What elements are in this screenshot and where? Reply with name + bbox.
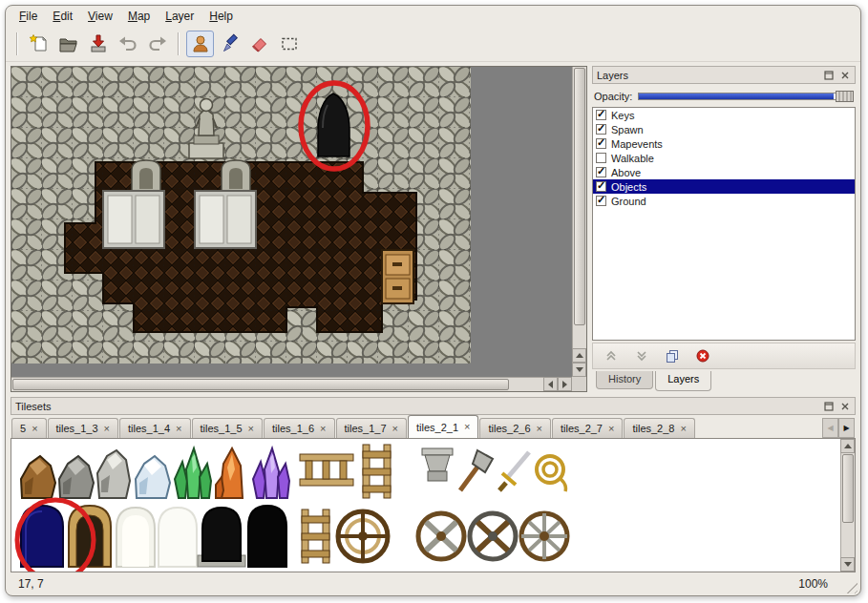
tileset-tab[interactable]: 5× [11,418,47,438]
menu-edit[interactable]: Edit [45,8,80,25]
tile-track-vertical[interactable] [363,445,391,498]
tab-close-icon[interactable]: × [537,424,542,434]
tab-history[interactable]: History [596,371,653,389]
redo-button[interactable] [143,31,171,57]
tileset-tab[interactable]: tiles_2_6× [479,418,550,438]
layer-row-keys[interactable]: Keys [593,108,855,122]
tile-rock-silver[interactable] [97,450,130,498]
tile-wheel-cross-3[interactable] [521,513,567,559]
scroll-thumb[interactable] [12,379,509,390]
tileset-tab[interactable]: tiles_1_4× [119,418,190,438]
tab-close-icon[interactable]: × [392,424,398,434]
close-panel-icon[interactable] [838,69,851,81]
save-map-button[interactable] [84,31,112,57]
resize-grip[interactable] [844,580,857,593]
layer-row-above[interactable]: Above [593,165,855,179]
tab-close-icon[interactable]: × [464,422,470,432]
map-vertical-scrollbar[interactable] [572,67,586,377]
tile-shovel[interactable] [460,450,493,490]
layer-row-walkable[interactable]: Walkable [593,151,855,165]
tile-column-capital[interactable] [422,448,453,481]
float-panel-icon[interactable] [822,400,835,412]
layer-checkbox[interactable] [596,153,606,163]
tileset-vertical-scrollbar[interactable] [840,439,855,572]
layer-checkbox[interactable] [596,196,606,206]
tab-close-icon[interactable]: × [104,424,110,434]
tab-close-icon[interactable]: × [320,424,326,434]
open-map-button[interactable] [54,31,82,57]
tile-wheel-cross-2[interactable] [470,513,516,559]
layer-checkbox[interactable] [596,110,606,120]
tabs-scroll-right-button[interactable]: ▶ [838,418,855,438]
layer-checkbox[interactable] [596,181,606,192]
menu-help[interactable]: Help [201,8,241,25]
scroll-up-button[interactable] [840,439,855,453]
map-canvas[interactable] [11,67,471,364]
menu-view[interactable]: View [80,8,120,25]
delete-layer-button[interactable] [692,347,713,365]
tab-close-icon[interactable]: × [32,424,37,434]
brush-tool-button[interactable] [216,31,243,57]
opacity-slider[interactable] [638,90,854,102]
lower-layer-button[interactable] [631,347,652,365]
tile-crystal-purple[interactable] [253,448,289,498]
tab-close-icon[interactable]: × [176,424,181,434]
tab-layers[interactable]: Layers [655,371,711,391]
layer-checkbox[interactable] [596,138,606,149]
tile-rock-brown[interactable] [21,456,55,498]
tile-door-black[interactable] [248,506,286,567]
tile-rock-gray[interactable] [59,456,94,498]
layer-row-objects[interactable]: Objects [593,179,855,194]
tileset-tab[interactable]: tiles_1_3× [48,418,118,438]
scroll-up-button[interactable] [572,348,586,363]
tile-rock-ice[interactable] [136,456,170,498]
tileset-canvas[interactable] [13,441,846,572]
new-map-button[interactable] [25,31,53,57]
tile-wheel-spoked[interactable] [338,511,388,561]
menu-layer[interactable]: Layer [158,8,201,25]
tile-door-white[interactable] [159,508,197,567]
tile-rope-coil[interactable] [537,456,565,491]
tile-door-pale[interactable] [116,508,155,567]
menu-map[interactable]: Map [120,8,158,25]
object-stamp-tool-button[interactable] [186,31,214,57]
select-tool-button[interactable] [275,31,303,57]
layer-row-mapevents[interactable]: Mapevents [593,136,855,151]
tabs-scroll-left-button[interactable]: ◀ [822,418,838,438]
slider-handle[interactable] [836,91,854,102]
tile-door-black-base[interactable] [198,508,245,567]
eraser-tool-button[interactable] [245,31,273,57]
tile-crystal-orange[interactable] [216,448,243,498]
scroll-down-button[interactable] [840,557,855,572]
tile-wheel-cross-1[interactable] [418,513,464,559]
raise-layer-button[interactable] [601,347,622,365]
layer-checkbox[interactable] [596,167,606,177]
scroll-thumb[interactable] [842,454,854,523]
tile-track-horizontal[interactable] [300,454,353,486]
tileset-tab-active[interactable]: tiles_2_1× [408,415,478,438]
scroll-right-button[interactable] [558,377,572,391]
tile-sword[interactable] [499,452,529,490]
scroll-left-button[interactable] [543,377,558,391]
tileset-tab[interactable]: tiles_1_6× [264,418,334,438]
float-panel-icon[interactable] [822,69,835,81]
menu-file[interactable]: File [11,8,45,25]
tile-track-vertical-2[interactable] [302,509,329,563]
tab-close-icon[interactable]: × [608,424,614,434]
scroll-down-button[interactable] [572,363,586,377]
duplicate-layer-button[interactable] [662,347,683,365]
tab-close-icon[interactable]: × [680,424,686,434]
map-horizontal-scrollbar[interactable] [11,377,572,391]
tileset-tab[interactable]: tiles_1_7× [336,418,407,438]
map-viewport[interactable] [11,66,587,392]
close-panel-icon[interactable] [838,400,851,412]
layer-row-ground[interactable]: Ground [593,194,855,208]
tileset-tab[interactable]: tiles_1_5× [192,418,263,438]
layer-row-spawn[interactable]: Spawn [593,122,855,136]
scroll-thumb[interactable] [574,68,585,325]
tileset-tab[interactable]: tiles_2_7× [552,418,623,438]
tile-crystal-green[interactable] [175,448,211,498]
tileset-tab[interactable]: tiles_2_8× [624,418,694,438]
tileset-viewport[interactable] [11,438,856,572]
undo-button[interactable] [114,31,141,57]
